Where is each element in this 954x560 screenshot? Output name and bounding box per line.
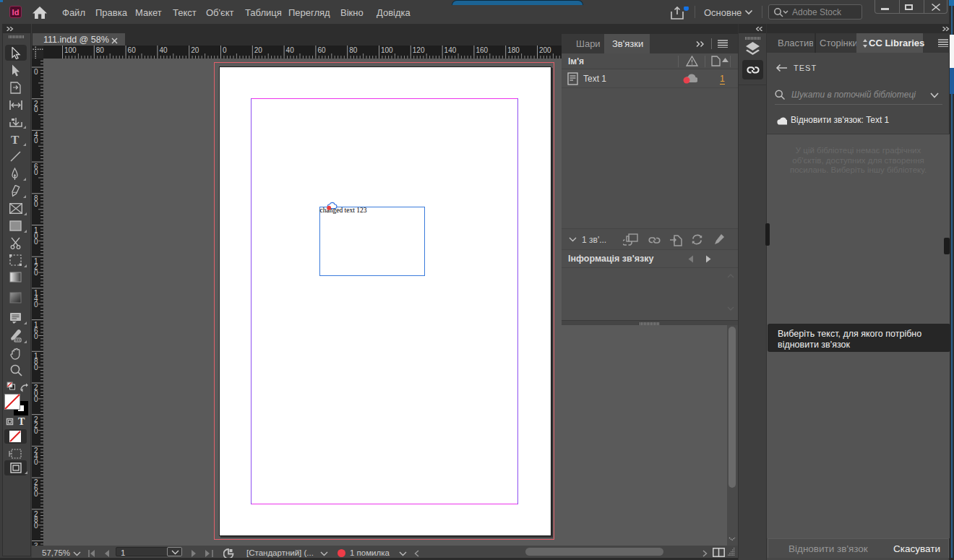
svg-text:0: 0 bbox=[223, 46, 227, 54]
svg-text:60: 60 bbox=[128, 46, 137, 54]
svg-text:0: 0 bbox=[34, 269, 38, 277]
svg-text:0: 0 bbox=[34, 200, 38, 208]
svg-text:0: 0 bbox=[34, 395, 38, 403]
svg-text:0: 0 bbox=[34, 458, 38, 466]
svg-text:0: 0 bbox=[34, 68, 38, 76]
svg-text:100: 100 bbox=[64, 46, 77, 54]
svg-text:160: 160 bbox=[476, 46, 488, 54]
svg-text:0: 0 bbox=[34, 105, 38, 113]
svg-text:140: 140 bbox=[444, 46, 457, 54]
svg-text:20: 20 bbox=[254, 46, 263, 54]
svg-text:180: 180 bbox=[507, 46, 520, 54]
svg-text:0: 0 bbox=[34, 137, 38, 145]
svg-text:0: 0 bbox=[34, 522, 38, 530]
svg-text:0: 0 bbox=[34, 238, 38, 246]
svg-text:100: 100 bbox=[381, 46, 393, 54]
svg-text:200: 200 bbox=[539, 46, 551, 54]
svg-text:80: 80 bbox=[349, 46, 358, 54]
svg-text:80: 80 bbox=[96, 46, 105, 54]
svg-text:0: 0 bbox=[34, 168, 38, 176]
svg-text:40: 40 bbox=[286, 46, 295, 54]
svg-text:40: 40 bbox=[159, 46, 168, 54]
svg-text:0: 0 bbox=[34, 363, 38, 371]
svg-text:120: 120 bbox=[413, 46, 425, 54]
svg-text:0: 0 bbox=[34, 332, 38, 340]
svg-text:20: 20 bbox=[191, 46, 199, 54]
svg-text:60: 60 bbox=[317, 46, 326, 54]
svg-text:0: 0 bbox=[34, 490, 38, 498]
svg-text:0: 0 bbox=[34, 301, 38, 309]
svg-text:0: 0 bbox=[34, 427, 38, 435]
